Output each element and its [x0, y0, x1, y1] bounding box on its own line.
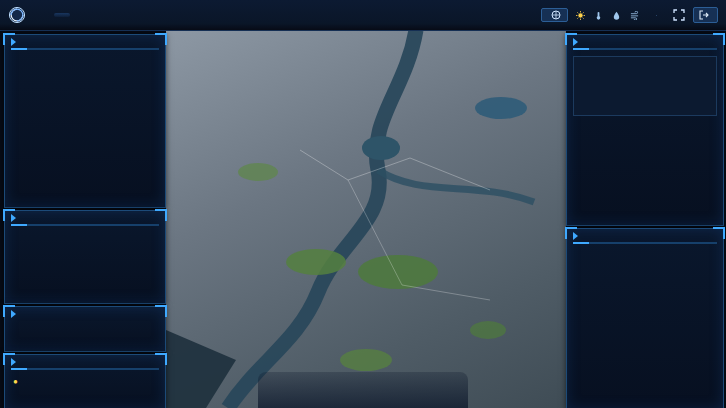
- app-logo-icon: [8, 6, 26, 24]
- panel-divider: [573, 48, 717, 50]
- panel-marker-icon: [11, 310, 16, 318]
- bullet-icon: ●: [13, 377, 18, 386]
- panel-divider: [11, 368, 159, 370]
- weather-condition: [576, 11, 587, 20]
- water-drop-icon: [612, 11, 621, 20]
- exit-icon: [699, 10, 709, 20]
- panel-alarm-stats: [4, 34, 166, 208]
- city-map-3d[interactable]: [166, 30, 566, 408]
- panel-live-broadcast: ●: [4, 354, 166, 408]
- fullscreen-button[interactable]: [673, 9, 685, 21]
- panel-marker-icon: [11, 358, 16, 366]
- logout-button[interactable]: [693, 7, 718, 23]
- weather-wind: [630, 11, 641, 20]
- panel-system-alarms: [566, 34, 724, 226]
- alarm-tile-grid: [5, 53, 165, 57]
- panel-marker-icon: [11, 214, 16, 222]
- panel-divider: [11, 48, 159, 50]
- fullscreen-icon: [673, 9, 685, 21]
- map-bottom-toolbar: [258, 372, 468, 408]
- panel-marker-icon: [573, 232, 578, 240]
- sun-icon: [576, 11, 585, 20]
- smart-city-dashboard: ●: [0, 0, 726, 408]
- panel-marker-icon: [11, 38, 16, 46]
- panel-personnel-info: [4, 210, 166, 304]
- weather-strip: [576, 11, 648, 20]
- broadcast-body: ●: [5, 373, 165, 394]
- panel-divider: [573, 242, 717, 244]
- clock-block: [656, 15, 665, 16]
- thermometer-icon: [594, 11, 603, 20]
- device-stats-row: [5, 319, 165, 323]
- wind-icon: [630, 11, 639, 20]
- personnel-data-grid: [5, 229, 165, 231]
- header-right-cluster: [541, 7, 726, 23]
- panel-divider: [11, 224, 159, 226]
- mode-3d-toggle[interactable]: [541, 8, 568, 22]
- panel-marker-icon: [573, 38, 578, 46]
- compass-icon: [551, 10, 561, 20]
- weather-humidity: [612, 11, 623, 20]
- app-header: [0, 0, 726, 31]
- panel-device-alarms: [566, 228, 724, 408]
- weather-temperature: [594, 11, 605, 20]
- panel-device-stats: [4, 306, 166, 352]
- city-terrain: [166, 30, 566, 408]
- tab-overview[interactable]: [54, 13, 70, 17]
- cpu-usage-chart: [573, 56, 717, 116]
- cpu-line-chart: [577, 60, 669, 112]
